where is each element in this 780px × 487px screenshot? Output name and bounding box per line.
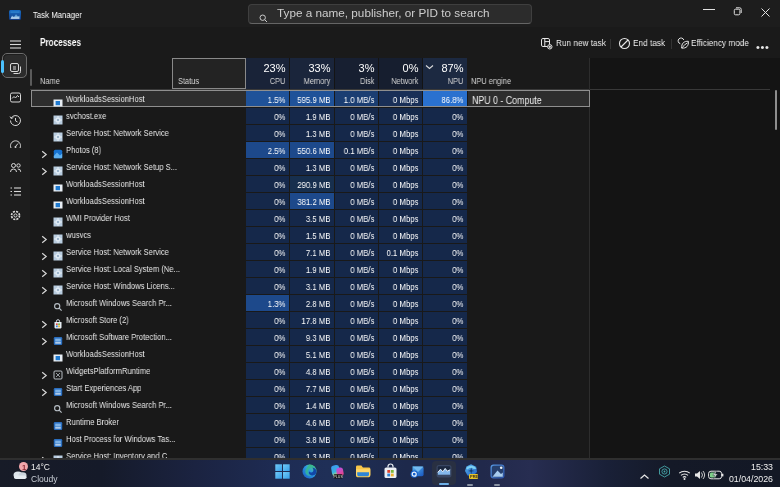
svg-text:PLUS: PLUS [333,475,343,479]
